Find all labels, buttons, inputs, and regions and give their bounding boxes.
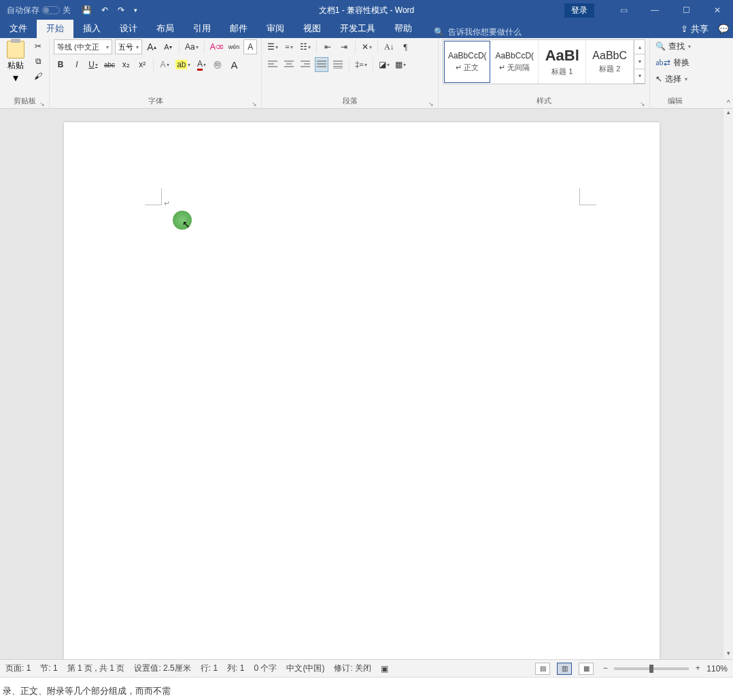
align-center-button[interactable] bbox=[282, 57, 296, 72]
grow-font-button[interactable]: A▴ bbox=[145, 39, 158, 54]
copy-button[interactable]: ⧉ bbox=[31, 54, 45, 68]
increase-indent-button[interactable]: ⇥ bbox=[337, 39, 351, 54]
status-section[interactable]: 节: 1 bbox=[40, 663, 57, 674]
share-button[interactable]: ⇪ 共享 bbox=[681, 23, 709, 35]
strike-button[interactable]: abc bbox=[103, 57, 116, 72]
status-words[interactable]: 0 个字 bbox=[254, 663, 277, 674]
tell-me-search[interactable]: 🔍 告诉我你想要做什么 bbox=[434, 27, 522, 38]
find-button[interactable]: 🔍查找▾ bbox=[654, 39, 696, 53]
autosave-toggle[interactable]: 自动保存 关 bbox=[0, 5, 71, 16]
align-right-button[interactable] bbox=[299, 57, 312, 72]
multilevel-button[interactable]: ☷▾ bbox=[299, 39, 312, 54]
style-no-spacing[interactable]: AaBbCcD( ↵ 无间隔 bbox=[491, 40, 539, 84]
bold-button[interactable]: B bbox=[54, 57, 67, 72]
vertical-scrollbar[interactable]: ▴ ▾ bbox=[723, 109, 733, 659]
login-button[interactable]: 登录 bbox=[564, 3, 594, 18]
clipboard-dialog-icon[interactable]: ↘ bbox=[39, 101, 45, 107]
paste-dropdown-icon[interactable]: ▾ bbox=[13, 71, 18, 84]
undo-icon[interactable]: ↶ bbox=[101, 5, 108, 16]
close-icon[interactable]: ✕ bbox=[702, 0, 733, 20]
qat-dropdown-icon[interactable]: ▾ bbox=[134, 7, 137, 14]
save-icon[interactable]: 💾 bbox=[82, 5, 92, 16]
tab-mailings[interactable]: 邮件 bbox=[220, 20, 257, 38]
zoom-thumb[interactable] bbox=[649, 665, 653, 673]
paragraph-dialog-icon[interactable]: ↘ bbox=[428, 101, 434, 107]
status-column[interactable]: 列: 1 bbox=[227, 663, 244, 674]
align-left-button[interactable] bbox=[266, 57, 279, 72]
styles-expand-icon[interactable]: ▾ bbox=[634, 69, 645, 84]
paste-button[interactable]: 粘贴 ▾ bbox=[4, 39, 27, 84]
style-heading-2[interactable]: AaBbC 标题 2 bbox=[586, 40, 634, 84]
font-name-combo[interactable]: 等线 (中文正▾ bbox=[54, 39, 112, 54]
zoom-in-icon[interactable]: + bbox=[693, 664, 702, 673]
select-button[interactable]: ↖选择▾ bbox=[654, 72, 696, 86]
scroll-up-icon[interactable]: ▴ bbox=[723, 109, 733, 118]
highlight-button[interactable]: ab▾ bbox=[174, 57, 192, 72]
zoom-track[interactable] bbox=[614, 667, 689, 670]
redo-icon[interactable]: ↷ bbox=[118, 5, 124, 16]
ribbon-display-icon[interactable]: ▭ bbox=[608, 0, 639, 20]
page[interactable]: ↵ ↖ bbox=[64, 122, 660, 659]
zoom-slider[interactable]: − + 110% bbox=[600, 664, 728, 673]
tab-layout[interactable]: 布局 bbox=[147, 20, 184, 38]
view-web-layout-button[interactable]: ▦ bbox=[579, 663, 594, 675]
phonetic-guide-button[interactable]: wén bbox=[227, 39, 241, 54]
tab-devtools[interactable]: 开发工具 bbox=[330, 20, 385, 38]
char-shading-button[interactable]: A bbox=[227, 57, 241, 72]
font-size-combo[interactable]: 五号▾ bbox=[115, 39, 142, 54]
status-macro-icon[interactable]: ▣ bbox=[381, 664, 388, 673]
numbering-button[interactable]: ≡▾ bbox=[282, 39, 296, 54]
enclosed-char-button[interactable]: ㊞ bbox=[211, 57, 224, 72]
underline-button[interactable]: U▾ bbox=[86, 57, 100, 72]
tab-design[interactable]: 设计 bbox=[110, 20, 147, 38]
sort-button[interactable]: A↓ bbox=[382, 39, 396, 54]
styles-scroll[interactable]: ▴ ▾ ▾ bbox=[634, 40, 645, 84]
superscript-button[interactable]: x² bbox=[135, 57, 149, 72]
minimize-icon[interactable]: — bbox=[639, 0, 670, 20]
decrease-indent-button[interactable]: ⇤ bbox=[321, 39, 335, 54]
zoom-out-icon[interactable]: − bbox=[600, 664, 610, 673]
tab-insert[interactable]: 插入 bbox=[73, 20, 110, 38]
tab-file[interactable]: 文件 bbox=[0, 20, 37, 38]
shading-button[interactable]: ◪▾ bbox=[377, 57, 391, 72]
document-area[interactable]: ↵ ↖ bbox=[0, 109, 723, 659]
justify-button[interactable] bbox=[315, 57, 328, 72]
font-dialog-icon[interactable]: ↘ bbox=[252, 101, 257, 107]
borders-button[interactable]: ▦▾ bbox=[394, 57, 407, 72]
tab-references[interactable]: 引用 bbox=[184, 20, 220, 38]
status-language[interactable]: 中文(中国) bbox=[286, 663, 324, 674]
asian-layout-button[interactable]: ✕▾ bbox=[360, 39, 373, 54]
style-normal[interactable]: AaBbCcD( ↵ 正文 bbox=[444, 41, 490, 83]
line-spacing-button[interactable]: ‡≡▾ bbox=[354, 57, 369, 72]
view-print-layout-button[interactable]: ▥ bbox=[557, 663, 572, 675]
scroll-down-icon[interactable]: ▾ bbox=[723, 650, 733, 659]
font-color-button[interactable]: A▾ bbox=[194, 57, 208, 72]
autosave-switch-icon[interactable] bbox=[42, 6, 60, 14]
status-page-of[interactable]: 第 1 页 , 共 1 页 bbox=[67, 663, 125, 674]
replace-button[interactable]: ab⇄替换 bbox=[654, 56, 696, 69]
show-marks-button[interactable]: ¶ bbox=[398, 39, 412, 54]
italic-button[interactable]: I bbox=[70, 57, 84, 72]
char-border-button[interactable]: A bbox=[243, 39, 257, 54]
style-heading-1[interactable]: AaBl 标题 1 bbox=[539, 40, 586, 84]
tab-home[interactable]: 开始 bbox=[37, 20, 73, 38]
styles-scroll-up-icon[interactable]: ▴ bbox=[634, 40, 645, 54]
tab-review[interactable]: 审阅 bbox=[257, 20, 294, 38]
status-track-changes[interactable]: 修订: 关闭 bbox=[334, 663, 371, 674]
format-painter-button[interactable]: 🖌 bbox=[31, 69, 45, 83]
clear-format-button[interactable]: A⌫ bbox=[209, 39, 224, 54]
styles-scroll-down-icon[interactable]: ▾ bbox=[634, 54, 645, 69]
zoom-value[interactable]: 110% bbox=[706, 664, 728, 673]
cut-button[interactable]: ✂ bbox=[31, 39, 45, 53]
collapse-ribbon-icon[interactable]: ^ bbox=[727, 99, 730, 107]
text-effects-button[interactable]: A▾ bbox=[158, 57, 171, 72]
tab-help[interactable]: 帮助 bbox=[385, 20, 422, 38]
subscript-button[interactable]: x₂ bbox=[119, 57, 133, 72]
bullets-button[interactable]: ☰▾ bbox=[266, 39, 279, 54]
change-case-button[interactable]: Aa▾ bbox=[184, 39, 200, 54]
status-line[interactable]: 行: 1 bbox=[201, 663, 218, 674]
distribute-button[interactable] bbox=[331, 57, 345, 72]
status-position[interactable]: 设置值: 2.5厘米 bbox=[134, 663, 190, 674]
styles-gallery[interactable]: AaBbCcD( ↵ 正文 AaBbCcD( ↵ 无间隔 AaBl 标题 1 A… bbox=[443, 39, 645, 84]
maximize-icon[interactable]: ☐ bbox=[670, 0, 702, 20]
